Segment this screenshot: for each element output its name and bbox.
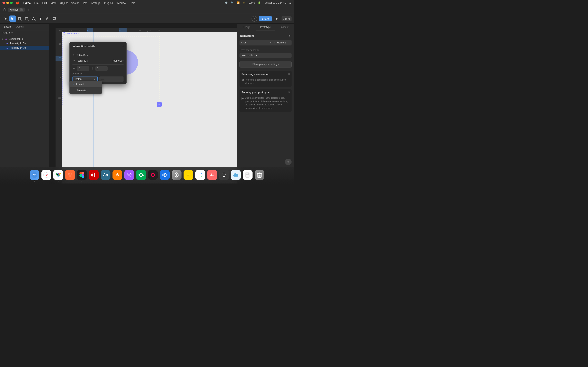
layer-name: Component 1 (9, 38, 23, 40)
layer-property-on[interactable]: ◆ Property 1=On (0, 41, 49, 46)
menu-help[interactable]: Help (130, 1, 135, 4)
toolbar: ▼ ▼ (0, 14, 294, 24)
title-bar-right: 🛡️ 🔍 📶 ⚡ 100% 🔋 Tue Apr 20 11:24 AM ☰ (225, 1, 292, 4)
dock-figma2[interactable] (124, 170, 135, 180)
dock-spotify[interactable] (65, 170, 75, 180)
dock-electron[interactable] (159, 170, 170, 180)
destination-select[interactable]: Frame 2 ▾ (112, 59, 123, 62)
modal-title: Interaction details (72, 45, 95, 48)
wifi-icon: 📶 (237, 1, 240, 4)
ruler-mark-60: 60 (119, 29, 121, 31)
show-prototype-settings-btn[interactable]: Show prototype settings (240, 61, 292, 67)
dock-finder[interactable] (29, 170, 40, 180)
dock-audition[interactable]: Au (100, 170, 111, 180)
tab-inspect[interactable]: Inspect (275, 24, 294, 31)
play-button[interactable] (273, 16, 280, 22)
add-tab-btn[interactable]: + (26, 7, 31, 13)
menu-vector[interactable]: Vector (71, 1, 79, 4)
modal-close-btn[interactable]: × (122, 44, 123, 48)
dock-photos[interactable] (195, 170, 206, 180)
pen-tool[interactable]: ▼ (30, 16, 37, 22)
tab-close-btn[interactable]: × (20, 8, 23, 11)
tab-untitled[interactable]: Untitled × (8, 8, 25, 12)
menu-arrange[interactable]: Arrange (91, 1, 100, 4)
search-icon[interactable]: 🔍 (231, 1, 234, 4)
layer-name: Property 1=Off (10, 47, 26, 49)
running-title: Running your prototype (242, 91, 269, 94)
overflow-title: Overflow behavior (240, 49, 292, 52)
menu-edit[interactable]: Edit (42, 1, 47, 4)
action-icon (72, 59, 76, 62)
tab-prototype[interactable]: Prototype (256, 24, 275, 31)
menu-view[interactable]: View (51, 1, 56, 4)
svg-marker-12 (276, 17, 278, 20)
share-button[interactable]: Share (259, 16, 272, 21)
overflow-select[interactable]: No scrolling ▼ (240, 53, 292, 58)
close-btn[interactable] (2, 2, 5, 4)
text-tool[interactable] (37, 16, 44, 22)
menu-icon[interactable]: ☰ (289, 1, 292, 4)
ruler-tick-125 (147, 31, 148, 32)
easing-select[interactable]: — ▾ (99, 76, 123, 82)
home-btn[interactable] (2, 7, 7, 13)
dock-notes[interactable] (183, 170, 194, 180)
layers-panel: ▼ ◆ Component 1 ◆ Property 1=On ◆ Proper… (0, 35, 49, 184)
vruler-25: 25 (59, 43, 61, 45)
minimize-btn[interactable] (6, 2, 9, 4)
help-button[interactable]: ? (285, 159, 292, 165)
battery-percent: 100% (249, 1, 255, 4)
dock-chrome[interactable] (53, 170, 63, 180)
y-offset-input[interactable]: 0 (95, 66, 108, 71)
add-interaction-btn[interactable]: + (287, 34, 292, 38)
animation-select[interactable]: Instant ▾ (72, 76, 98, 82)
dock-preview[interactable] (242, 170, 253, 180)
move-tool[interactable]: ▼ (2, 16, 9, 22)
menu-text[interactable]: Text (82, 1, 87, 4)
dock-sync[interactable] (136, 170, 146, 180)
tab-layers[interactable]: Layers (2, 24, 14, 30)
hand-tool[interactable] (44, 16, 51, 22)
dock-system-prefs[interactable] (171, 170, 182, 180)
menu-file[interactable]: File (34, 1, 39, 4)
svg-point-36 (153, 175, 153, 175)
menu-plugins[interactable]: Plugins (104, 1, 113, 4)
maximize-btn[interactable] (10, 2, 13, 4)
menu-apple[interactable]: 🍎 (16, 1, 19, 4)
menu-figma[interactable]: Figma (23, 1, 31, 4)
dock-deezer[interactable] (148, 170, 158, 180)
svg-point-40 (176, 174, 177, 176)
dock-figma[interactable] (77, 170, 87, 180)
dock-creative[interactable] (207, 170, 217, 180)
user-avatar[interactable] (251, 16, 257, 22)
select-tool[interactable] (9, 16, 16, 22)
tab-label: Untitled (10, 8, 18, 11)
remove-interaction-btn[interactable]: — (287, 41, 290, 44)
right-panel-tabs: Design Prototype Inspect (237, 24, 294, 31)
overflow-section: Overflow behavior No scrolling ▼ (240, 49, 292, 58)
dock-icloud[interactable] (231, 170, 241, 180)
x-offset-input[interactable]: 0 (77, 66, 89, 71)
canvas-plus-btn[interactable]: + (157, 102, 162, 107)
frame-tool[interactable]: ▼ (16, 16, 23, 22)
shape-tool[interactable]: ▼ (23, 16, 30, 22)
removing-close-btn[interactable]: × (288, 72, 290, 76)
comment-tool[interactable] (51, 16, 58, 22)
zoom-level[interactable]: 366% (282, 16, 292, 21)
dock-trash[interactable] (254, 170, 265, 180)
layer-property-off[interactable]: ◆ Property 1=Off (0, 46, 49, 50)
ruler-mark-20: 20 (87, 29, 89, 31)
interaction-modal: Interaction details × On click ▾ (69, 42, 127, 84)
dock-safari[interactable] (41, 170, 52, 180)
layer-component1[interactable]: ▼ ◆ Component 1 (0, 37, 49, 41)
tab-assets[interactable]: Assets (14, 24, 26, 30)
menu-object[interactable]: Object (60, 1, 68, 4)
dock-illustrator[interactable]: Ai (112, 170, 123, 180)
menu-window[interactable]: Window (117, 1, 126, 4)
tab-design[interactable]: Design (237, 24, 256, 31)
component-icon: ◆ (4, 38, 7, 40)
running-close-btn[interactable]: × (288, 91, 290, 94)
ruler-mark: 125 (147, 29, 150, 31)
dock-live[interactable] (88, 170, 99, 180)
page-selector[interactable]: Page 1 ▼ (0, 30, 49, 35)
dock-torrent[interactable] (219, 170, 229, 180)
